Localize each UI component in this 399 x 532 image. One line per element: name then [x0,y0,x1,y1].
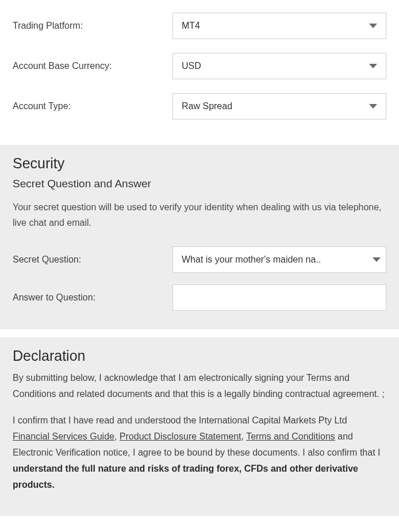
label-base-currency: Account Base Currency: [13,61,172,71]
label-secret-question: Secret Question: [13,255,172,265]
row-account-type: Account Type: Raw Spread [13,86,386,126]
select-account-type-value[interactable]: Raw Spread [172,93,386,119]
label-answer: Answer to Question: [13,292,172,303]
security-panel: Security Secret Question and Answer Your… [0,145,399,329]
row-trading-platform: Trading Platform: MT4 [13,6,386,46]
answer-input-wrap [172,284,386,311]
link-terms-and-conditions[interactable]: Terms and Conditions [246,431,335,441]
select-trading-platform-value[interactable]: MT4 [172,13,386,39]
declaration-panel: Declaration By submitting below, I ackno… [0,337,399,516]
select-base-currency[interactable]: USD [172,53,386,79]
security-heading: Security [13,155,386,172]
account-settings-section: Trading Platform: MT4 Account Base Curre… [0,0,399,137]
row-base-currency: Account Base Currency: USD [13,46,386,86]
row-secret-question: Secret Question: What is your mother's m… [13,241,386,279]
declaration-text: , [241,431,247,441]
security-subheading: Secret Question and Answer [13,178,386,190]
declaration-paragraph-2: I confirm that I have read and understoo… [13,413,386,493]
label-account-type: Account Type: [13,101,172,111]
declaration-paragraph-1: By submitting below, I acknowledge that … [13,370,386,402]
link-financial-services-guide[interactable]: Financial Services Guide [13,431,114,441]
select-trading-platform[interactable]: MT4 [172,13,386,39]
label-trading-platform: Trading Platform: [13,21,172,31]
link-product-disclosure-statement[interactable]: Product Disclosure Statement [120,431,241,441]
select-account-type[interactable]: Raw Spread [172,93,386,119]
security-description: Your secret question will be used to ver… [13,199,386,230]
declaration-text: I confirm that I have read and understoo… [13,415,347,425]
declaration-heading: Declaration [13,348,386,364]
row-answer: Answer to Question: [13,279,386,317]
answer-input[interactable] [172,284,386,311]
select-secret-question[interactable]: What is your mother's maiden na.. [172,246,386,273]
select-secret-question-value[interactable]: What is your mother's maiden na.. [172,246,386,273]
select-base-currency-value[interactable]: USD [172,53,386,79]
declaration-bold: understand the full nature and risks of … [13,464,358,489]
declaration-text: , [114,431,120,441]
